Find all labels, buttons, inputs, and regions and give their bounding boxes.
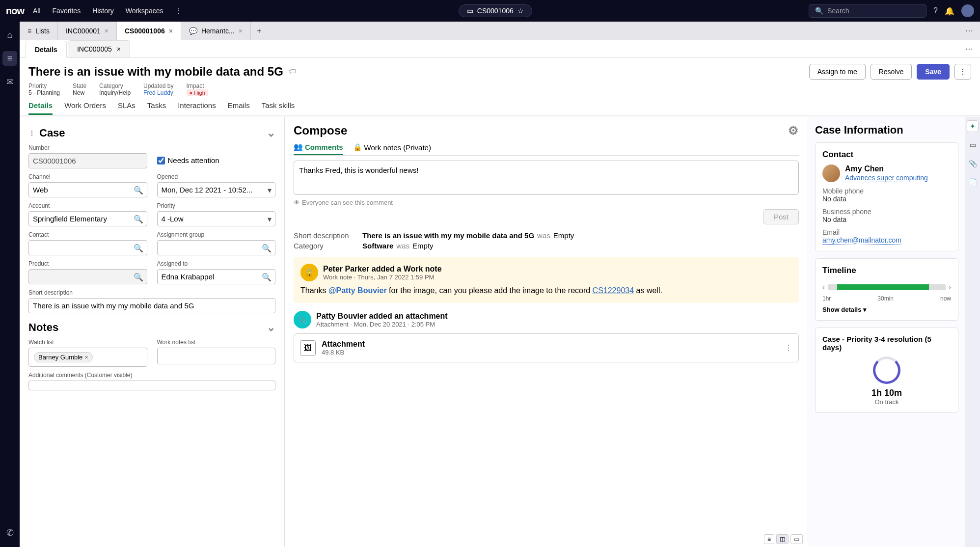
nav-workspaces[interactable]: Workspaces — [126, 7, 163, 15]
star-icon[interactable]: ☆ — [517, 7, 524, 15]
user-avatar[interactable] — [961, 4, 974, 17]
window-icon: ▭ — [467, 7, 473, 15]
top-nav: All Favorites History Workspaces ⋮ — [33, 7, 182, 15]
topbar: now All Favorites History Workspaces ⋮ ▭… — [0, 0, 980, 22]
logo: now — [6, 5, 24, 17]
nav-history[interactable]: History — [92, 7, 114, 15]
nav-more-icon[interactable]: ⋮ — [175, 7, 182, 15]
record-pill[interactable]: ▭ CS0001006 ☆ — [459, 4, 532, 17]
search-input[interactable]: 🔍 Search — [809, 4, 926, 18]
bell-icon[interactable]: 🔔 — [945, 6, 954, 16]
pill-record: CS0001006 — [477, 7, 514, 15]
nav-favorites[interactable]: Favorites — [53, 7, 81, 15]
help-icon[interactable]: ? — [933, 6, 938, 15]
search-placeholder: Search — [827, 7, 849, 15]
search-icon: 🔍 — [815, 7, 823, 15]
nav-all[interactable]: All — [33, 7, 41, 15]
